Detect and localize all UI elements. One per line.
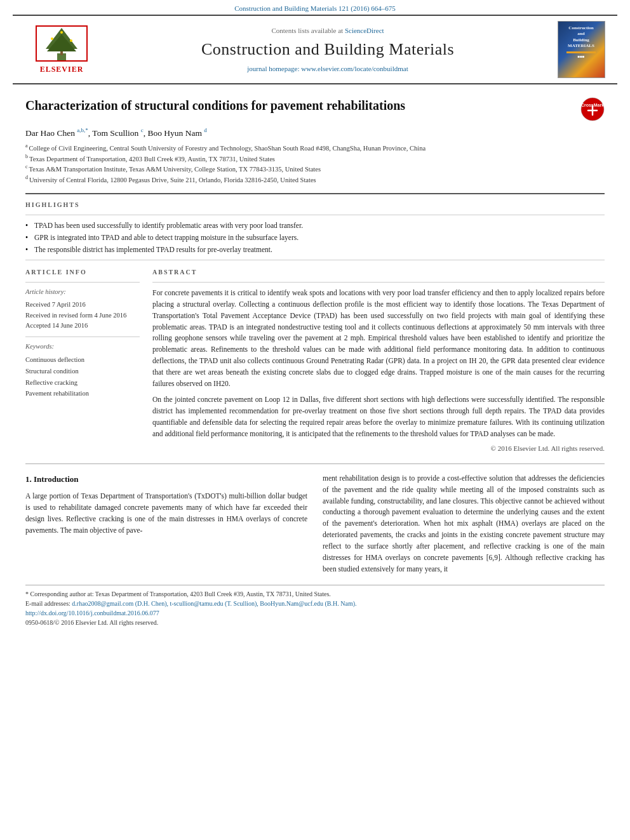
affiliations-section: a College of Civil Engineering, Central … xyxy=(25,143,605,185)
authors-line: Dar Hao Chen a,b,*, Tom Scullion c, Boo … xyxy=(25,126,605,139)
abstract-text: For concrete pavements it is critical to… xyxy=(152,288,605,440)
abstract-paragraph-1: For concrete pavements it is critical to… xyxy=(152,288,605,389)
body-top-divider xyxy=(25,463,605,464)
highlights-label: HIGHLIGHTS xyxy=(25,201,605,210)
article-title: Characterization of structural condition… xyxy=(25,97,573,114)
accepted-date: Accepted 14 June 2016 xyxy=(25,321,140,331)
keywords-label: Keywords: xyxy=(25,342,140,352)
affil-b-text: Texas Department of Transportation, 4203… xyxy=(29,154,275,164)
doi-link[interactable]: http://dx.doi.org/10.1016/j.conbuildmat.… xyxy=(25,610,159,617)
info-abstract-section: ARTICLE INFO Article history: Received 7… xyxy=(25,268,605,453)
copyright-line: © 2016 Elsevier Ltd. All rights reserved… xyxy=(152,444,605,453)
footnote-email-links[interactable]: d.rhao2008@gmail.com (D.H. Chen), t-scul… xyxy=(72,600,356,607)
intro-left-col: 1. Introduction A large portion of Texas… xyxy=(25,473,307,575)
elsevier-logo: ELSEVIER xyxy=(33,25,90,75)
highlight-item-1: TPAD has been used successfully to ident… xyxy=(25,220,605,230)
divider-after-affiliations xyxy=(25,193,605,194)
journal-cover-area: ConstructionandBuildingMATERIALS ■■■ xyxy=(553,21,610,78)
journal-cover-thumbnail: ConstructionandBuildingMATERIALS ■■■ xyxy=(558,21,605,78)
affiliation-b: b Texas Department of Transportation, 42… xyxy=(25,154,605,164)
received-date: Received 7 April 2016 xyxy=(25,300,140,310)
science-direct-link[interactable]: ScienceDirect xyxy=(345,27,384,34)
svg-point-5 xyxy=(70,39,72,42)
elsevier-brand-text: ELSEVIER xyxy=(40,64,84,75)
article-title-section: Characterization of structural condition… xyxy=(25,97,605,121)
article-history-label: Article history: xyxy=(25,288,140,297)
journal-ref-text: Construction and Building Materials 121 … xyxy=(234,4,396,12)
keywords-list: Continuous deflection Structural conditi… xyxy=(25,354,140,399)
abstract-label: ABSTRACT xyxy=(152,268,605,277)
highlights-top-rule xyxy=(25,215,605,215)
footnote-area: * Corresponding author at: Texas Departm… xyxy=(25,585,605,627)
affiliation-d: d University of Central Florida, 12800 P… xyxy=(25,175,605,185)
abstract-col: ABSTRACT For concrete pavements it is cr… xyxy=(152,268,605,453)
keyword-3: Reflective cracking xyxy=(25,377,140,389)
affil-a-text: College of Civil Engineering, Central So… xyxy=(29,143,426,154)
footnote-asterisk: * Corresponding author at: Texas Departm… xyxy=(25,589,605,599)
email-label: E-mail addresses: xyxy=(25,600,70,607)
revised-date: Received in revised form 4 June 2016 xyxy=(25,310,140,321)
abstract-top-rule xyxy=(152,282,605,283)
crossmark-icon: CrossMark xyxy=(580,97,605,121)
journal-ref-bar: Construction and Building Materials 121 … xyxy=(0,0,630,15)
article-dates: Received 7 April 2016 Received in revise… xyxy=(25,300,140,331)
svg-point-6 xyxy=(60,31,63,34)
cover-text: ConstructionandBuildingMATERIALS ■■■ xyxy=(566,24,596,59)
science-direct-line: Contents lists available at ScienceDirec… xyxy=(271,26,384,36)
issn-line: 0950-0618/© 2016 Elsevier Ltd. All right… xyxy=(25,618,605,627)
highlights-list: TPAD has been used successfully to ident… xyxy=(25,220,605,255)
footnote-emails: E-mail addresses: d.rhao2008@gmail.com (… xyxy=(25,599,605,608)
intro-right-col: ment rehabilitation design is to provide… xyxy=(323,473,605,575)
keywords-rule xyxy=(25,337,140,337)
highlight-item-2: GPR is integrated into TPAD and able to … xyxy=(25,232,605,243)
journal-title: Construction and Building Materials xyxy=(201,38,454,61)
elsevier-tree-icon xyxy=(33,25,90,63)
intro-p1: A large portion of Texas Department of T… xyxy=(25,491,307,536)
highlights-section: HIGHLIGHTS TPAD has been used successful… xyxy=(25,201,605,260)
keyword-4: Pavement rehabilitation xyxy=(25,388,140,399)
main-content: Characterization of structural condition… xyxy=(0,84,630,640)
introduction-section: 1. Introduction A large portion of Texas… xyxy=(25,473,605,575)
affil-c-text: Texas A&M Transportation Institute, Texa… xyxy=(29,164,321,175)
info-rule xyxy=(25,282,140,283)
affil-d-text: University of Central Florida, 12800 Peg… xyxy=(29,175,316,185)
doi-line: http://dx.doi.org/10.1016/j.conbuildmat.… xyxy=(25,608,605,618)
elsevier-logo-area: ELSEVIER xyxy=(20,21,103,78)
section1-heading: 1. Introduction xyxy=(25,473,307,486)
journal-homepage: journal homepage: www.elsevier.com/locat… xyxy=(247,64,408,74)
keyword-1: Continuous deflection xyxy=(25,354,140,366)
journal-header-center: Contents lists available at ScienceDirec… xyxy=(103,21,553,78)
journal-header: ELSEVIER Contents lists available at Sci… xyxy=(13,15,617,84)
article-info-col: ARTICLE INFO Article history: Received 7… xyxy=(25,268,140,453)
intro-p2: ment rehabilitation design is to provide… xyxy=(323,473,605,575)
highlight-item-3: The responsible district has implemented… xyxy=(25,244,605,255)
article-info-label: ARTICLE INFO xyxy=(25,268,140,277)
abstract-paragraph-2: On the jointed concrete pavement on Loop… xyxy=(152,394,605,439)
svg-point-4 xyxy=(51,37,53,40)
highlights-bottom-rule xyxy=(25,260,605,260)
keyword-2: Structural condition xyxy=(25,366,140,377)
affiliation-a: a College of Civil Engineering, Central … xyxy=(25,143,605,154)
affiliation-c: c Texas A&M Transportation Institute, Te… xyxy=(25,164,605,175)
